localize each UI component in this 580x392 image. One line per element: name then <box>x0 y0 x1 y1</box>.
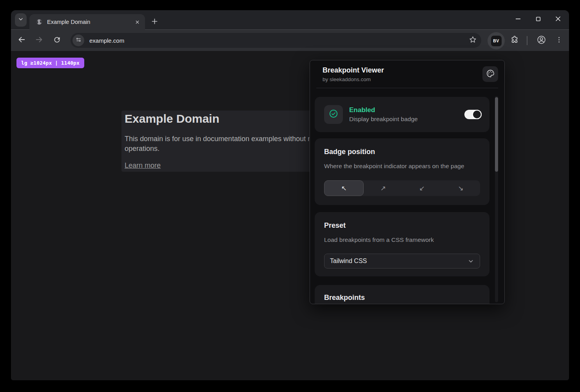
tab-title: Example Domain <box>47 19 132 25</box>
tab-search-button[interactable] <box>15 13 27 27</box>
badge-position-description: Where the breakpoint indicator appears o… <box>324 162 480 170</box>
preset-card: Preset Load breakpoints from a CSS frame… <box>315 212 489 276</box>
preset-select[interactable]: Tailwind CSS <box>324 254 480 269</box>
toolbar-divider <box>527 36 527 45</box>
new-tab-button[interactable] <box>149 16 160 27</box>
tab-close-icon[interactable] <box>132 17 142 27</box>
chevron-down-icon <box>18 16 24 24</box>
page-content: lg ≥1024px | 1140px Example Domain This … <box>11 51 569 380</box>
back-arrow-icon <box>17 35 26 45</box>
position-bottom-right-button[interactable]: ↘ <box>441 180 480 196</box>
enabled-toggle[interactable] <box>464 110 482 119</box>
palette-icon <box>486 69 495 80</box>
kebab-menu-icon <box>555 36 563 45</box>
popup-divider <box>316 88 498 88</box>
plus-icon <box>150 17 159 27</box>
toggle-knob <box>472 110 482 119</box>
puzzle-icon <box>510 35 519 45</box>
reload-icon <box>53 36 61 45</box>
reload-button[interactable] <box>50 34 63 47</box>
extension-action-button[interactable]: BV <box>488 32 505 49</box>
extensions-button[interactable] <box>508 34 521 47</box>
theme-button[interactable] <box>482 66 498 82</box>
preset-description: Load breakpoints from a CSS framework <box>324 236 480 243</box>
enabled-label: Enabled <box>349 106 464 114</box>
enabled-text: Enabled Display breakpoint badge <box>349 106 464 123</box>
position-bottom-left-button[interactable]: ↙ <box>402 180 441 196</box>
arrow-top-right-icon: ↗ <box>380 184 386 192</box>
badge-position-title: Badge position <box>324 148 480 156</box>
star-icon <box>469 36 477 45</box>
back-button[interactable] <box>15 34 28 47</box>
close-window-button[interactable] <box>553 14 564 25</box>
check-circle-icon <box>328 109 339 120</box>
enabled-card: Enabled Display breakpoint badge <box>315 97 489 132</box>
profile-button[interactable] <box>535 34 548 47</box>
extension-popup: Breakpoint Viewer by sleekaddons.com <box>310 60 505 304</box>
screen: Example Domain <box>0 0 580 392</box>
bookmark-star-button[interactable] <box>466 34 479 47</box>
extension-bv-icon: BV <box>491 36 502 46</box>
window-controls <box>513 14 564 25</box>
browser-tab[interactable]: Example Domain <box>29 14 145 30</box>
breakpoints-card: Breakpoints <box>315 285 489 304</box>
position-top-right-button[interactable]: ↗ <box>364 180 402 196</box>
browser-window: Example Domain <box>11 10 569 380</box>
badge-position-card: Badge position Where the breakpoint indi… <box>315 138 489 205</box>
globe-favicon-icon <box>36 18 43 25</box>
maximize-icon <box>534 15 542 25</box>
popup-title: Breakpoint Viewer <box>323 66 384 74</box>
position-top-left-button[interactable]: ↖ <box>324 180 364 196</box>
avatar-icon <box>536 35 546 46</box>
site-settings-button[interactable] <box>72 34 84 46</box>
breakpoints-title: Breakpoints <box>324 294 480 302</box>
close-icon <box>554 15 562 24</box>
arrow-top-left-icon: ↖ <box>341 184 346 192</box>
enabled-description: Display breakpoint badge <box>349 116 464 123</box>
popup-byline: by sleekaddons.com <box>323 76 371 82</box>
forward-button[interactable] <box>33 34 46 47</box>
popup-scrollbar-thumb[interactable] <box>495 97 498 172</box>
enabled-icon-tile <box>324 105 343 124</box>
address-bar[interactable]: example.com <box>71 33 481 48</box>
maximize-button[interactable] <box>533 14 544 25</box>
preset-selected-value: Tailwind CSS <box>330 258 367 265</box>
url-text[interactable]: example.com <box>89 37 466 44</box>
tune-icon <box>75 36 82 45</box>
minimize-icon <box>514 15 522 25</box>
preset-title: Preset <box>324 221 480 230</box>
badge-position-segmented-control: ↖ ↗ ↙ ↘ <box>324 180 480 196</box>
arrow-bottom-right-icon: ↘ <box>458 184 463 192</box>
arrow-bottom-left-icon: ↙ <box>419 184 424 192</box>
browser-toolbar: example.com BV <box>11 29 569 51</box>
breakpoint-badge: lg ≥1024px | 1140px <box>16 58 84 68</box>
learn-more-link[interactable]: Learn more <box>125 162 161 170</box>
chevron-down-icon <box>468 258 474 265</box>
tab-strip: Example Domain <box>11 10 569 29</box>
minimize-button[interactable] <box>513 14 524 25</box>
browser-menu-button[interactable] <box>552 34 566 47</box>
forward-arrow-icon <box>35 35 44 45</box>
